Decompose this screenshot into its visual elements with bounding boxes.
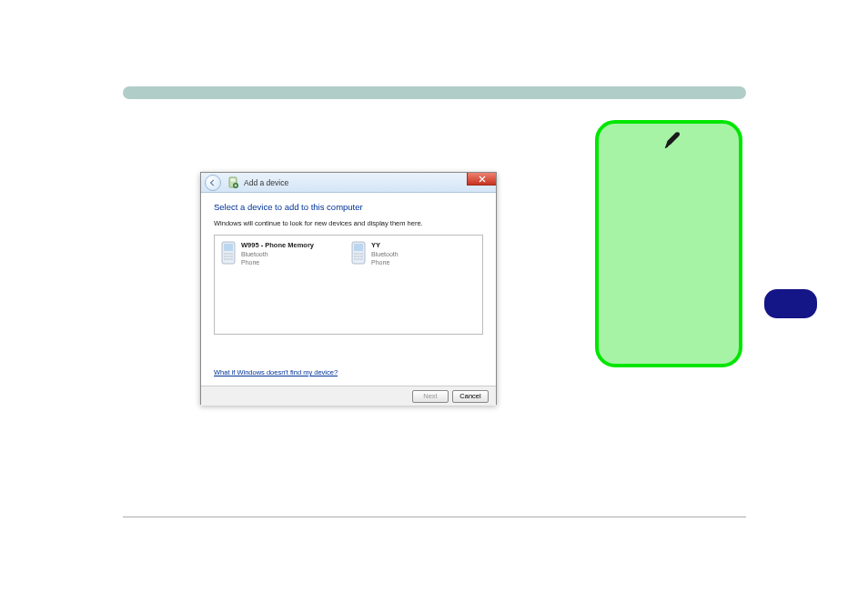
svg-rect-24 — [360, 258, 363, 260]
cancel-button[interactable]: Cancel — [452, 390, 489, 403]
device-icon — [227, 176, 239, 189]
add-device-dialog: Add a device Select a device to add to t… — [200, 172, 497, 405]
device-info: W995 - Phone Memory Bluetooth Phone — [241, 241, 314, 266]
side-tab — [764, 289, 817, 318]
device-info: YY Bluetooth Phone — [371, 241, 399, 266]
device-category: Phone — [241, 258, 314, 266]
svg-rect-22 — [354, 258, 357, 260]
svg-rect-6 — [227, 253, 230, 255]
svg-rect-12 — [227, 258, 230, 260]
device-name: W995 - Phone Memory — [241, 241, 314, 250]
device-item[interactable]: YY Bluetooth Phone — [350, 241, 399, 328]
help-link[interactable]: What if Windows doesn't find my device? — [214, 368, 338, 376]
svg-rect-17 — [358, 253, 360, 255]
header-bar — [123, 86, 746, 99]
device-list: W995 - Phone Memory Bluetooth Phone — [214, 235, 483, 335]
phone-icon — [350, 241, 367, 265]
svg-rect-16 — [354, 253, 357, 255]
svg-rect-8 — [224, 256, 227, 257]
dialog-subtext: Windows will continue to look for new de… — [214, 219, 483, 227]
dialog-body: Select a device to add to this computer … — [201, 193, 496, 406]
svg-rect-11 — [224, 258, 227, 260]
footer-divider — [123, 517, 746, 517]
pen-icon — [662, 131, 682, 151]
svg-rect-10 — [230, 256, 233, 257]
back-button[interactable] — [205, 175, 221, 191]
dialog-titlebar: Add a device — [201, 173, 496, 193]
svg-rect-7 — [230, 253, 233, 255]
dialog-button-row: Next Cancel — [201, 386, 496, 406]
svg-rect-9 — [227, 256, 230, 257]
device-name: YY — [371, 241, 399, 250]
svg-rect-4 — [224, 244, 233, 251]
close-button[interactable] — [467, 173, 496, 186]
svg-rect-23 — [358, 258, 360, 260]
device-category: Phone — [371, 258, 399, 266]
phone-icon — [220, 241, 237, 265]
svg-rect-5 — [224, 253, 227, 255]
note-panel — [595, 120, 742, 367]
next-button[interactable]: Next — [412, 390, 449, 403]
svg-rect-15 — [354, 244, 363, 251]
svg-rect-20 — [358, 256, 360, 257]
dialog-title: Add a device — [244, 178, 288, 187]
device-type: Bluetooth — [241, 250, 314, 258]
svg-rect-19 — [354, 256, 357, 257]
device-item[interactable]: W995 - Phone Memory Bluetooth Phone — [220, 241, 314, 328]
dialog-heading: Select a device to add to this computer — [214, 202, 483, 212]
svg-rect-18 — [360, 253, 363, 255]
svg-rect-1 — [231, 178, 236, 181]
svg-rect-21 — [360, 256, 363, 257]
svg-rect-13 — [230, 258, 233, 260]
device-type: Bluetooth — [371, 250, 399, 258]
